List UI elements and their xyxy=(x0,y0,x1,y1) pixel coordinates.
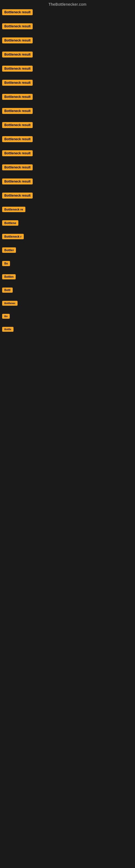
bottleneck-badge-8[interactable]: Bottleneck result xyxy=(2,108,33,114)
bottleneck-badge-17[interactable]: Bottleneck r xyxy=(2,234,24,239)
bottleneck-badge-24[interactable]: Bottle xyxy=(2,327,13,332)
result-row-3: Bottleneck result xyxy=(1,33,134,46)
result-row-9: Bottleneck result xyxy=(1,117,134,131)
site-title: TheBottlenecker.com xyxy=(0,0,135,8)
result-row-20: Bottlen xyxy=(1,269,134,282)
bottleneck-badge-21[interactable]: Bottl xyxy=(2,287,13,293)
result-row-17: Bottleneck r xyxy=(1,229,134,242)
bottleneck-badge-18[interactable]: Bottler xyxy=(2,247,16,253)
result-row-16: Bottlene xyxy=(1,215,134,228)
result-row-8: Bottleneck result xyxy=(1,103,134,117)
result-row-12: Bottleneck result xyxy=(1,159,134,173)
bottleneck-badge-23[interactable]: Bo xyxy=(2,314,10,319)
bottleneck-badge-15[interactable]: Bottleneck re xyxy=(2,207,26,212)
bottleneck-badge-9[interactable]: Bottleneck result xyxy=(2,122,33,128)
result-row-14: Bottleneck result xyxy=(1,188,134,201)
bottleneck-badge-13[interactable]: Bottleneck result xyxy=(2,179,33,184)
site-header: TheBottlenecker.com xyxy=(0,0,135,8)
result-row-1: Bottleneck result xyxy=(1,8,134,18)
results-container: Bottleneck resultBottleneck resultBottle… xyxy=(0,8,135,335)
result-row-10: Bottleneck result xyxy=(1,131,134,145)
result-row-24: Bottle xyxy=(1,322,134,335)
bottleneck-badge-19[interactable]: Bo xyxy=(2,261,10,266)
bottleneck-badge-20[interactable]: Bottlen xyxy=(2,274,16,279)
result-row-21: Bottl xyxy=(1,283,134,296)
bottleneck-badge-2[interactable]: Bottleneck result xyxy=(2,23,33,29)
result-row-18: Bottler xyxy=(1,243,134,255)
result-row-5: Bottleneck result xyxy=(1,61,134,74)
bottleneck-badge-10[interactable]: Bottleneck result xyxy=(2,136,33,142)
bottleneck-badge-11[interactable]: Bottleneck result xyxy=(2,150,33,156)
result-row-13: Bottleneck result xyxy=(1,174,134,187)
result-row-19: Bo xyxy=(1,256,134,269)
result-row-15: Bottleneck re xyxy=(1,202,134,215)
result-row-7: Bottleneck result xyxy=(1,89,134,102)
bottleneck-badge-4[interactable]: Bottleneck result xyxy=(2,52,33,58)
bottleneck-badge-1[interactable]: Bottleneck result xyxy=(2,9,33,15)
bottleneck-badge-12[interactable]: Bottleneck result xyxy=(2,164,33,170)
bottleneck-badge-16[interactable]: Bottlene xyxy=(2,220,18,226)
bottleneck-badge-5[interactable]: Bottleneck result xyxy=(2,66,33,72)
bottleneck-badge-3[interactable]: Bottleneck result xyxy=(2,37,33,43)
bottleneck-badge-14[interactable]: Bottleneck result xyxy=(2,193,33,198)
result-row-22: Bottlenec xyxy=(1,296,134,308)
result-row-23: Bo xyxy=(1,309,134,321)
bottleneck-badge-22[interactable]: Bottlenec xyxy=(2,301,17,306)
result-row-2: Bottleneck result xyxy=(1,19,134,32)
bottleneck-badge-6[interactable]: Bottleneck result xyxy=(2,80,33,86)
result-row-4: Bottleneck result xyxy=(1,46,134,60)
result-row-6: Bottleneck result xyxy=(1,75,134,88)
result-row-11: Bottleneck result xyxy=(1,145,134,159)
bottleneck-badge-7[interactable]: Bottleneck result xyxy=(2,94,33,100)
